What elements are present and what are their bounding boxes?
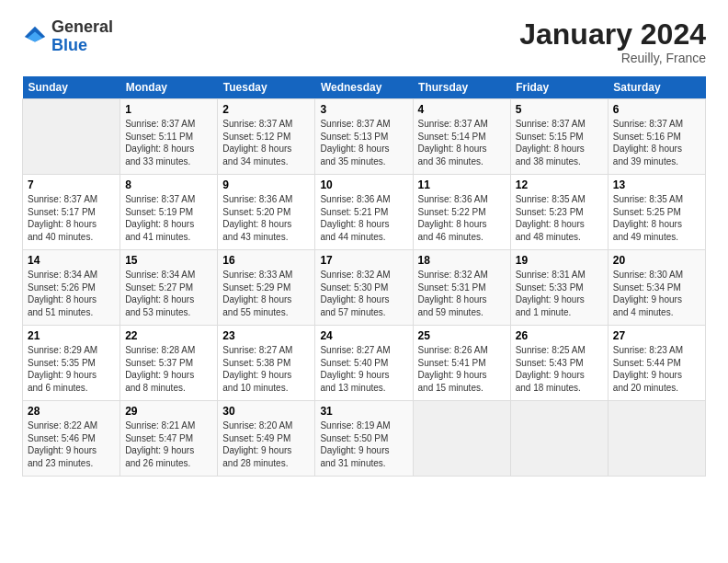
day-header-monday: Monday: [120, 76, 218, 99]
day-detail: Sunrise: 8:30 AM Sunset: 5:34 PM Dayligh…: [613, 269, 700, 318]
header-row: SundayMondayTuesdayWednesdayThursdayFrid…: [23, 76, 706, 99]
calendar-cell: 25Sunrise: 8:26 AM Sunset: 5:41 PM Dayli…: [413, 326, 510, 401]
day-detail: Sunrise: 8:21 AM Sunset: 5:47 PM Dayligh…: [125, 419, 212, 469]
day-number: 28: [28, 405, 115, 418]
calendar-cell: [23, 99, 120, 175]
day-detail: Sunrise: 8:37 AM Sunset: 5:11 PM Dayligh…: [125, 118, 212, 167]
day-number: 1: [125, 103, 212, 116]
calendar-cell: 3Sunrise: 8:37 AM Sunset: 5:13 PM Daylig…: [315, 99, 413, 175]
day-detail: Sunrise: 8:37 AM Sunset: 5:19 PM Dayligh…: [125, 193, 212, 243]
day-detail: Sunrise: 8:28 AM Sunset: 5:37 PM Dayligh…: [125, 344, 212, 394]
month-title: January 2024: [519, 18, 706, 51]
calendar-cell: 29Sunrise: 8:21 AM Sunset: 5:47 PM Dayli…: [120, 401, 218, 477]
logo-icon: [22, 24, 48, 50]
day-detail: Sunrise: 8:32 AM Sunset: 5:31 PM Dayligh…: [418, 269, 506, 318]
calendar-cell: 22Sunrise: 8:28 AM Sunset: 5:37 PM Dayli…: [120, 326, 218, 401]
calendar-cell: 13Sunrise: 8:35 AM Sunset: 5:25 PM Dayli…: [608, 175, 705, 250]
calendar-table: SundayMondayTuesdayWednesdayThursdayFrid…: [22, 76, 706, 477]
calendar-cell: 18Sunrise: 8:32 AM Sunset: 5:31 PM Dayli…: [413, 250, 510, 326]
day-detail: Sunrise: 8:26 AM Sunset: 5:41 PM Dayligh…: [418, 344, 506, 394]
day-header-saturday: Saturday: [608, 76, 705, 99]
day-header-thursday: Thursday: [413, 76, 510, 99]
day-detail: Sunrise: 8:37 AM Sunset: 5:12 PM Dayligh…: [222, 118, 310, 167]
day-header-wednesday: Wednesday: [315, 76, 413, 99]
day-number: 20: [613, 254, 700, 267]
day-detail: Sunrise: 8:19 AM Sunset: 5:50 PM Dayligh…: [320, 419, 407, 469]
day-detail: Sunrise: 8:23 AM Sunset: 5:44 PM Dayligh…: [613, 344, 700, 394]
day-detail: Sunrise: 8:35 AM Sunset: 5:23 PM Dayligh…: [516, 193, 603, 243]
day-number: 8: [125, 178, 212, 191]
day-number: 5: [516, 103, 603, 116]
calendar-cell: [608, 401, 705, 477]
week-row-5: 28Sunrise: 8:22 AM Sunset: 5:46 PM Dayli…: [23, 401, 706, 477]
day-number: 22: [125, 329, 212, 342]
calendar-cell: 30Sunrise: 8:20 AM Sunset: 5:49 PM Dayli…: [218, 401, 315, 477]
day-detail: Sunrise: 8:36 AM Sunset: 5:22 PM Dayligh…: [418, 193, 506, 243]
calendar-cell: [510, 401, 608, 477]
calendar-cell: 6Sunrise: 8:37 AM Sunset: 5:16 PM Daylig…: [608, 99, 705, 175]
calendar-cell: 15Sunrise: 8:34 AM Sunset: 5:27 PM Dayli…: [120, 250, 218, 326]
day-number: 12: [516, 178, 603, 191]
day-header-tuesday: Tuesday: [218, 76, 315, 99]
calendar-cell: 14Sunrise: 8:34 AM Sunset: 5:26 PM Dayli…: [23, 250, 120, 326]
calendar-cell: 12Sunrise: 8:35 AM Sunset: 5:23 PM Dayli…: [510, 175, 608, 250]
calendar-cell: 4Sunrise: 8:37 AM Sunset: 5:14 PM Daylig…: [413, 99, 510, 175]
calendar-cell: 8Sunrise: 8:37 AM Sunset: 5:19 PM Daylig…: [120, 175, 218, 250]
week-row-4: 21Sunrise: 8:29 AM Sunset: 5:35 PM Dayli…: [23, 326, 706, 401]
day-number: 10: [320, 178, 407, 191]
calendar-cell: 19Sunrise: 8:31 AM Sunset: 5:33 PM Dayli…: [510, 250, 608, 326]
location: Reuilly, France: [519, 51, 706, 65]
calendar-cell: 17Sunrise: 8:32 AM Sunset: 5:30 PM Dayli…: [315, 250, 413, 326]
day-detail: Sunrise: 8:36 AM Sunset: 5:20 PM Dayligh…: [222, 193, 310, 243]
day-detail: Sunrise: 8:20 AM Sunset: 5:49 PM Dayligh…: [222, 419, 310, 469]
day-number: 24: [320, 329, 407, 342]
logo: General Blue: [22, 18, 113, 55]
logo-general-text: General: [51, 18, 113, 37]
title-block: January 2024 Reuilly, France: [519, 18, 706, 65]
calendar-cell: 11Sunrise: 8:36 AM Sunset: 5:22 PM Dayli…: [413, 175, 510, 250]
day-detail: Sunrise: 8:37 AM Sunset: 5:17 PM Dayligh…: [28, 193, 115, 243]
day-detail: Sunrise: 8:35 AM Sunset: 5:25 PM Dayligh…: [613, 193, 700, 243]
calendar-cell: 24Sunrise: 8:27 AM Sunset: 5:40 PM Dayli…: [315, 326, 413, 401]
week-row-1: 1Sunrise: 8:37 AM Sunset: 5:11 PM Daylig…: [23, 99, 706, 175]
day-number: 6: [613, 103, 700, 116]
calendar-cell: 2Sunrise: 8:37 AM Sunset: 5:12 PM Daylig…: [218, 99, 315, 175]
day-detail: Sunrise: 8:37 AM Sunset: 5:16 PM Dayligh…: [613, 118, 700, 167]
day-number: 26: [516, 329, 603, 342]
week-row-3: 14Sunrise: 8:34 AM Sunset: 5:26 PM Dayli…: [23, 250, 706, 326]
week-row-2: 7Sunrise: 8:37 AM Sunset: 5:17 PM Daylig…: [23, 175, 706, 250]
day-number: 2: [222, 103, 310, 116]
day-number: 13: [613, 178, 700, 191]
day-number: 14: [28, 254, 115, 267]
calendar-cell: 28Sunrise: 8:22 AM Sunset: 5:46 PM Dayli…: [23, 401, 120, 477]
day-detail: Sunrise: 8:34 AM Sunset: 5:27 PM Dayligh…: [125, 269, 212, 318]
page: General Blue January 2024 Reuilly, Franc…: [0, 0, 728, 491]
day-detail: Sunrise: 8:37 AM Sunset: 5:14 PM Dayligh…: [418, 118, 506, 167]
calendar-cell: 5Sunrise: 8:37 AM Sunset: 5:15 PM Daylig…: [510, 99, 608, 175]
day-number: 29: [125, 405, 212, 418]
day-number: 3: [320, 103, 407, 116]
logo-text: General Blue: [51, 18, 113, 55]
logo-blue-text: Blue: [51, 37, 113, 55]
day-detail: Sunrise: 8:31 AM Sunset: 5:33 PM Dayligh…: [516, 269, 603, 318]
day-number: 15: [125, 254, 212, 267]
day-number: 11: [418, 178, 506, 191]
day-number: 30: [222, 405, 310, 418]
calendar-cell: 1Sunrise: 8:37 AM Sunset: 5:11 PM Daylig…: [120, 99, 218, 175]
header: General Blue January 2024 Reuilly, Franc…: [22, 18, 706, 65]
calendar-cell: 27Sunrise: 8:23 AM Sunset: 5:44 PM Dayli…: [608, 326, 705, 401]
day-number: 23: [222, 329, 310, 342]
calendar-cell: 23Sunrise: 8:27 AM Sunset: 5:38 PM Dayli…: [218, 326, 315, 401]
calendar-cell: 10Sunrise: 8:36 AM Sunset: 5:21 PM Dayli…: [315, 175, 413, 250]
calendar-cell: 16Sunrise: 8:33 AM Sunset: 5:29 PM Dayli…: [218, 250, 315, 326]
day-detail: Sunrise: 8:37 AM Sunset: 5:15 PM Dayligh…: [516, 118, 603, 167]
day-number: 17: [320, 254, 407, 267]
day-number: 9: [222, 178, 310, 191]
calendar-cell: [413, 401, 510, 477]
day-number: 18: [418, 254, 506, 267]
day-number: 21: [28, 329, 115, 342]
day-number: 31: [320, 405, 407, 418]
day-number: 25: [418, 329, 506, 342]
day-detail: Sunrise: 8:25 AM Sunset: 5:43 PM Dayligh…: [516, 344, 603, 394]
day-number: 7: [28, 178, 115, 191]
